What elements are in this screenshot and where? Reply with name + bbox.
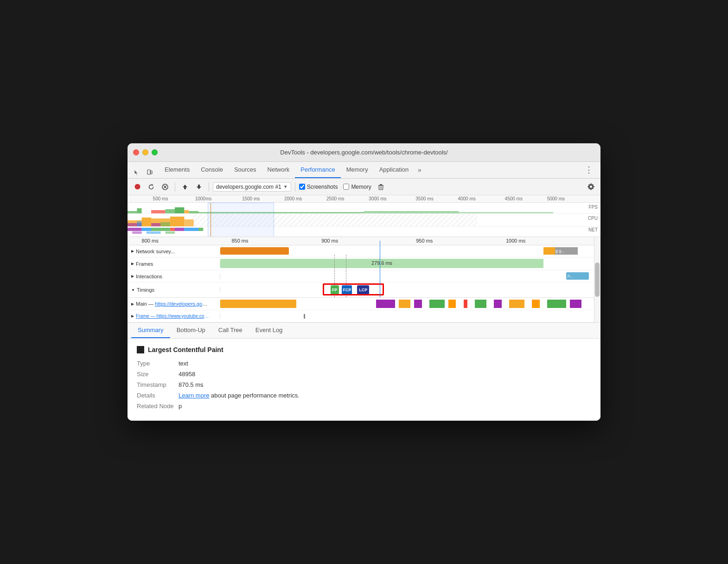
screenshots-checkbox-wrapper[interactable]: Screenshots (299, 184, 338, 190)
tab-sources[interactable]: Sources (229, 161, 262, 178)
timeline-ruler-top: 500 ms 1000ms 1500 ms 2000 ms 2500 ms 30… (128, 195, 600, 203)
ruler-mark-2500: 2500 ms (326, 196, 344, 201)
scrollbar-thumb[interactable] (595, 263, 600, 297)
timings-expand-icon[interactable]: ▼ (131, 288, 135, 292)
svg-rect-14 (151, 210, 166, 214)
frames-time: 279.6 ms (371, 260, 392, 266)
svg-rect-25 (170, 217, 185, 227)
minimize-button[interactable] (142, 149, 148, 155)
svg-rect-36 (170, 228, 175, 231)
ruler-mark-3000: 3000 ms (369, 196, 386, 201)
frame-label-text: Frame — https://www.youtube.com/embed/G_… (136, 314, 210, 319)
svg-rect-35 (151, 228, 170, 231)
main-bar-4 (414, 300, 421, 308)
cpu-row: CPU (128, 214, 600, 227)
fullscreen-button[interactable] (152, 149, 158, 155)
svg-rect-40 (132, 231, 141, 234)
upload-profile-button[interactable] (179, 181, 191, 193)
detail-timestamp-row: Timestamp 870.5 ms (137, 381, 591, 388)
performance-toolbar: developers.google.com #1 ▼ Screenshots M… (128, 179, 600, 195)
ruler-mark-5000: 5000 ms (547, 196, 565, 201)
interactions-expand-icon[interactable]: ▶ (131, 274, 134, 278)
tab-console[interactable]: Console (195, 161, 229, 178)
frames-expand-icon[interactable]: ▶ (131, 262, 134, 266)
svg-marker-7 (197, 185, 201, 189)
svg-rect-23 (142, 218, 151, 227)
timeline-scrollbar[interactable] (594, 237, 600, 322)
main-thread-label: ▶ Main — https://developers.google.com/w… (128, 301, 220, 307)
main-thread-content (220, 298, 600, 310)
detail-mark-850: 850 ms (231, 238, 248, 244)
frames-row: ▶ Frames 279.6 ms (128, 257, 600, 270)
main-bar-8 (475, 300, 486, 308)
ruler-mark-1500: 1500 ms (242, 196, 260, 201)
timeline-detail: 800 ms 850 ms 900 ms 950 ms 1000 ms ▶ Ne… (128, 237, 600, 323)
settings-button[interactable] (585, 181, 597, 193)
tab-memory[interactable]: Memory (341, 161, 374, 178)
frames-content: 279.6 ms (220, 257, 600, 270)
screenshots-checkbox[interactable] (299, 184, 305, 190)
network-survey-expand-icon[interactable]: ▶ (131, 249, 134, 253)
inspect-icon[interactable] (131, 167, 142, 178)
tab-call-tree[interactable]: Call Tree (212, 323, 249, 338)
ruler-mark-2000: 2000 ms (284, 196, 302, 201)
network-bar-gray: g g... (555, 247, 578, 255)
network-survey-content: g g... (220, 245, 600, 257)
svg-rect-9 (380, 184, 382, 185)
detail-mark-950: 950 ms (416, 238, 433, 244)
interactions-row: ▶ Interactions A... (128, 270, 600, 282)
reload-profile-button[interactable] (145, 181, 157, 193)
tab-bar-icons (131, 167, 155, 178)
network-bar-yellow (543, 247, 555, 255)
ruler-mark-500: 500 ms (153, 196, 168, 201)
close-button[interactable] (133, 149, 139, 155)
svg-rect-26 (184, 219, 193, 227)
tab-network[interactable]: Network (262, 161, 295, 178)
detail-mark-1000: 1000 ms (506, 238, 525, 244)
main-thread-expand-icon[interactable]: ▶ (131, 302, 134, 306)
net-row: NET (128, 227, 600, 235)
main-bar-7 (464, 300, 467, 308)
bottom-panel: Summary Bottom-Up Call Tree Event Log La… (128, 323, 600, 421)
delete-recording-button[interactable] (376, 182, 386, 192)
detail-ruler-marks: 800 ms 850 ms 900 ms 950 ms 1000 ms (128, 237, 600, 245)
ruler-mark-4500: 4500 ms (505, 196, 523, 201)
toolbar-divider-1 (175, 182, 175, 192)
svg-rect-17 (184, 210, 189, 214)
svg-rect-42 (166, 231, 175, 234)
tabs-more-button[interactable]: » (414, 161, 425, 178)
tab-elements[interactable]: Elements (159, 161, 195, 178)
selector-arrow-icon: ▼ (283, 184, 288, 189)
ruler-mark-4000: 4000 ms (458, 196, 475, 201)
detail-mark-900: 900 ms (321, 238, 338, 244)
toolbar-divider-3 (295, 182, 295, 192)
fps-row: FPS (128, 203, 600, 214)
tab-bottom-up[interactable]: Bottom-Up (170, 323, 212, 338)
tab-event-log[interactable]: Event Log (249, 323, 289, 338)
learn-more-link[interactable]: Learn more (179, 392, 209, 399)
lcp-highlight-box (323, 283, 383, 295)
frame-expand-icon[interactable]: ▶ (131, 314, 134, 318)
devtools-menu-button[interactable]: ⋮ (581, 161, 597, 178)
tab-summary[interactable]: Summary (131, 323, 170, 338)
detail-related-node-row: Related Node p (137, 403, 591, 410)
main-bar-9 (494, 300, 501, 308)
memory-checkbox-wrapper[interactable]: Memory (343, 184, 371, 190)
memory-checkbox[interactable] (343, 184, 349, 190)
detail-size-row: Size 48958 (137, 371, 591, 378)
tab-application[interactable]: Application (374, 161, 415, 178)
target-selector[interactable]: developers.google.com #1 ▼ (213, 182, 291, 192)
frame-label: ▶ Frame — https://www.youtube.com/embed/… (128, 314, 220, 319)
timeline-selection (208, 203, 274, 237)
svg-rect-0 (147, 170, 150, 174)
clear-button[interactable] (159, 181, 171, 193)
network-survey-row: ▶ Network survey... g g... (128, 245, 600, 257)
svg-rect-1 (151, 171, 152, 174)
bottom-tabs: Summary Bottom-Up Call Tree Event Log (128, 323, 600, 339)
record-button[interactable] (131, 181, 143, 193)
svg-rect-16 (175, 207, 184, 214)
download-profile-button[interactable] (193, 181, 205, 193)
device-toolbar-icon[interactable] (144, 167, 155, 178)
timings-row: ▼ Timings FP FCP (128, 282, 600, 297)
tab-performance[interactable]: Performance (295, 161, 340, 178)
